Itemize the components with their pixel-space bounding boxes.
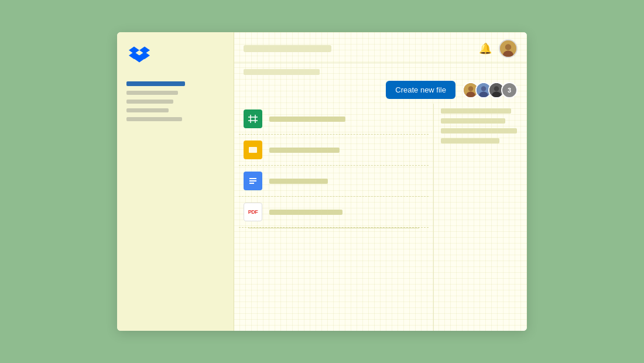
- list-item[interactable]: [239, 166, 429, 197]
- svg-point-15: [494, 86, 499, 91]
- sheets-icon: [244, 109, 262, 128]
- sidebar-item-files[interactable]: [126, 91, 178, 95]
- file-info: [269, 117, 424, 122]
- file-info: [269, 210, 424, 215]
- sidebar-item-recent[interactable]: [126, 117, 182, 121]
- header-actions: 🔔: [479, 39, 518, 58]
- content-area: PDF: [234, 104, 527, 331]
- slides-icon-svg: [246, 143, 259, 156]
- list-item[interactable]: PDF: [239, 197, 429, 228]
- sidebar-logo: [126, 44, 224, 67]
- breadcrumb: [244, 69, 320, 75]
- sidebar-nav: [126, 81, 224, 121]
- file-name-bar: [269, 210, 342, 215]
- file-name-bar: [269, 179, 328, 184]
- collaborator-extra-count: 3: [501, 82, 518, 98]
- pdf-icon: PDF: [244, 203, 262, 221]
- notification-bell-icon[interactable]: 🔔: [479, 42, 492, 55]
- file-name-bar: [269, 117, 345, 122]
- user-avatar[interactable]: [499, 39, 518, 58]
- sidebar: [117, 32, 234, 331]
- right-panel-item: [441, 138, 499, 143]
- file-list: PDF: [234, 104, 433, 331]
- svg-rect-23: [249, 147, 257, 153]
- sheets-icon-svg: [246, 112, 259, 125]
- create-new-file-button[interactable]: Create new file: [386, 81, 455, 99]
- user-avatar-image: [500, 40, 516, 57]
- right-panel-item: [441, 128, 517, 133]
- svg-point-9: [468, 86, 474, 91]
- app-window: 🔔 Create new file: [117, 32, 527, 331]
- header: 🔔: [234, 32, 527, 63]
- list-item[interactable]: [239, 104, 429, 135]
- main-content: 🔔 Create new file: [234, 32, 527, 331]
- search-bar[interactable]: [244, 45, 331, 52]
- bottom-separator: [248, 228, 419, 231]
- sidebar-item-home[interactable]: [126, 81, 185, 86]
- sidebar-item-shared[interactable]: [126, 108, 169, 112]
- right-panel: [433, 104, 527, 331]
- file-info: [269, 148, 424, 153]
- docs-icon: [244, 172, 262, 190]
- right-panel-item: [441, 108, 511, 114]
- toolbar: [234, 63, 527, 81]
- right-panel-item: [441, 118, 505, 124]
- pdf-label: PDF: [248, 209, 258, 215]
- docs-icon-svg: [246, 174, 259, 187]
- file-info: [269, 179, 424, 184]
- file-name-bar: [269, 148, 340, 153]
- slides-icon: [244, 141, 262, 159]
- svg-rect-17: [246, 112, 259, 125]
- svg-point-6: [505, 44, 512, 50]
- collaborators-group: 3: [463, 82, 518, 98]
- dropbox-icon: [129, 44, 150, 65]
- sidebar-item-photos[interactable]: [126, 100, 173, 104]
- list-item[interactable]: [239, 135, 429, 166]
- svg-point-12: [481, 86, 487, 91]
